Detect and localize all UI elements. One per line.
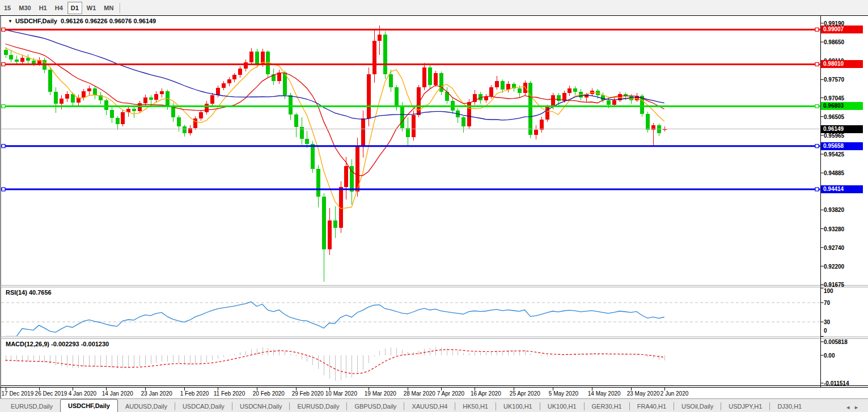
hline-handle[interactable] (2, 188, 5, 191)
trading-platform-window: 15M30H1H4D1W1MN ▼USDCHF,Daily 0.96126 0.… (0, 0, 868, 412)
chart-ohlc-values: 0.96126 0.96226 0.96076 0.96149 (61, 18, 156, 24)
symbol-dropdown-icon[interactable]: ▼ (8, 19, 12, 24)
hline-handle[interactable] (815, 62, 819, 66)
macd-layer (6, 347, 665, 381)
hline-handle[interactable] (815, 188, 819, 191)
hline-handle[interactable] (2, 145, 5, 148)
rsi-indicator-label: RSI(14) 40.7656 (6, 289, 52, 296)
hline-handle[interactable] (815, 145, 819, 148)
hline-handle[interactable] (2, 28, 5, 31)
macd-indicator-label: MACD(12,26,9) -0.002293 -0.001230 (6, 341, 109, 347)
rsi-layer (1, 302, 820, 337)
chart-symbol-label: USDCHF,Daily (15, 18, 57, 24)
hline-handle[interactable] (815, 104, 819, 108)
hline-handle[interactable] (2, 62, 5, 66)
hline-handle[interactable] (815, 28, 819, 31)
chart-title: ▼USDCHF,Daily 0.96126 0.96226 0.96076 0.… (8, 18, 156, 24)
chart-canvas[interactable] (0, 0, 868, 412)
hline-handle[interactable] (2, 104, 5, 108)
